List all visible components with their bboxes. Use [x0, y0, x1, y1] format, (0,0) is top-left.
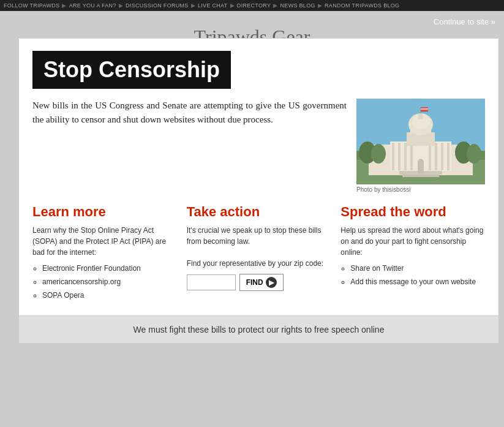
zip-input[interactable] — [187, 274, 236, 290]
nav-item-fan[interactable]: ARE YOU A FAN? — [69, 2, 116, 9]
list-item-americancensorship[interactable]: americancensorship.org — [42, 276, 177, 287]
take-action-title: Take action — [187, 204, 331, 220]
three-columns: Learn more Learn why the Stop Online Pir… — [32, 204, 485, 303]
continue-link[interactable]: Continue to site — [434, 17, 495, 26]
svg-rect-12 — [435, 143, 437, 170]
svg-point-25 — [371, 144, 386, 164]
top-navigation: FOLLOW TRIPAWDS ▶ ARE YOU A FAN? ▶ DISCU… — [0, 0, 504, 11]
learn-more-column: Learn more Learn why the Stop Online Pir… — [32, 204, 177, 303]
learn-more-body: Learn why the Stop Online Piracy Act (SO… — [32, 225, 177, 301]
nav-sep-1: ▶ — [62, 2, 66, 9]
nav-sep-4: ▶ — [230, 2, 235, 9]
spread-word-text: Help us spread the word about what's goi… — [340, 226, 483, 257]
svg-rect-8 — [398, 143, 401, 170]
spread-word-column: Spread the word Help us spread the word … — [340, 204, 485, 303]
nav-item-forums[interactable]: DISCUSSION FORUMS — [126, 2, 189, 9]
find-button[interactable]: FIND ▶ — [239, 274, 284, 291]
nav-item-follow[interactable]: FOLLOW TRIPAWDS — [4, 2, 59, 9]
intro-text: New bills in the US Congress and Senate … — [32, 99, 347, 193]
list-item-add-message[interactable]: Add this message to your own website — [350, 276, 485, 287]
take-action-text2: Find your representative by your zip cod… — [187, 258, 331, 269]
nav-item-chat[interactable]: LIVE CHAT — [198, 2, 228, 9]
censorship-modal: Stop Censorship New bills in the US Cong… — [18, 38, 499, 344]
take-action-body: It's crucial we speak up to stop these b… — [187, 225, 331, 291]
svg-rect-9 — [404, 143, 407, 170]
capitol-photo — [356, 99, 485, 184]
stop-censorship-banner: Stop Censorship — [32, 51, 231, 89]
learn-more-text: Learn why the Stop Online Piracy Act (SO… — [32, 226, 166, 257]
learn-more-links: Electronic Frontier Foundation americanc… — [42, 263, 177, 301]
spread-word-body: Help us spread the word about what's goi… — [340, 225, 485, 287]
spread-word-links: Share on Twitter Add this message to you… — [350, 263, 485, 287]
take-action-text1: It's crucial we speak up to stop these b… — [187, 225, 331, 247]
nav-sep-3: ▶ — [191, 2, 195, 9]
spread-word-title: Spread the word — [340, 204, 485, 220]
intro-row: New bills in the US Congress and Senate … — [32, 99, 485, 193]
svg-rect-7 — [392, 143, 394, 170]
svg-point-27 — [467, 144, 481, 164]
svg-rect-13 — [441, 143, 443, 170]
list-item-twitter[interactable]: Share on Twitter — [350, 263, 485, 274]
footer-text: We must fight these bills to protect our… — [134, 325, 385, 334]
zip-row: FIND ▶ — [187, 274, 331, 291]
learn-more-title: Learn more — [32, 204, 177, 220]
nav-item-news[interactable]: NEWS BLOG — [280, 2, 315, 9]
capitol-image-container: Photo by thisisbossi — [356, 99, 485, 193]
svg-rect-5 — [402, 175, 439, 177]
nav-item-random[interactable]: RANDOM TRIPAWDS BLOG — [325, 2, 399, 9]
list-item-sopa-opera[interactable]: SOPA Opera — [42, 290, 177, 301]
capitol-svg — [356, 99, 485, 184]
find-label: FIND — [246, 278, 263, 287]
photo-credit: Photo by thisisbossi — [356, 186, 485, 193]
arrow-icon: ▶ — [266, 277, 277, 288]
nav-sep-6: ▶ — [318, 2, 322, 9]
footer-bar: We must fight these bills to protect our… — [19, 316, 498, 343]
list-item-eff[interactable]: Electronic Frontier Foundation — [42, 263, 177, 274]
take-action-column: Take action It's crucial we speak up to … — [187, 204, 331, 303]
svg-rect-19 — [418, 113, 423, 119]
svg-rect-10 — [410, 143, 413, 170]
svg-rect-14 — [447, 143, 449, 170]
continue-bar: Continue to site — [425, 11, 504, 32]
nav-item-directory[interactable]: DIRECTORY — [237, 2, 271, 9]
svg-point-29 — [418, 159, 424, 166]
svg-rect-11 — [429, 143, 431, 170]
nav-sep-2: ▶ — [119, 2, 123, 9]
nav-sep-5: ▶ — [273, 2, 277, 9]
